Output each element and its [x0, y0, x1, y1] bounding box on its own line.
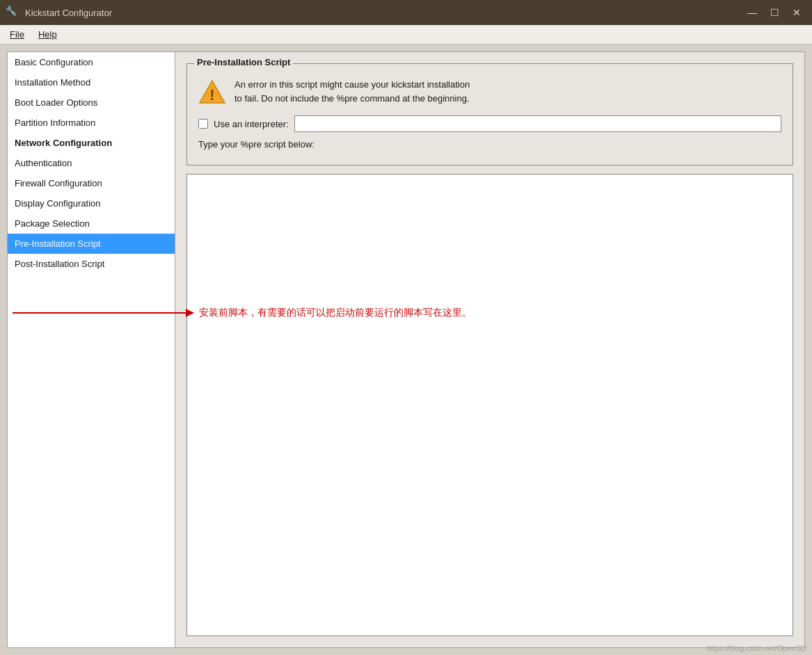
title-bar-title: Kickstart Configurator — [25, 8, 112, 18]
warning-area: ! An error in this script might cause yo… — [198, 75, 781, 106]
sidebar-item-firewall[interactable]: Firewall Configuration — [8, 173, 175, 193]
sidebar-item-pre-install[interactable]: Pre-Installation Script — [8, 234, 175, 254]
maximize-button[interactable]: ☐ — [765, 4, 784, 21]
svg-text:!: ! — [209, 86, 214, 104]
interpreter-input[interactable] — [294, 115, 781, 132]
menu-file[interactable]: File — [3, 26, 31, 42]
title-bar-left: 🔧 Kickstart Configurator — [6, 6, 112, 19]
sidebar-item-post-install[interactable]: Post-Installation Script — [8, 254, 175, 274]
sidebar-item-authentication[interactable]: Authentication — [8, 153, 175, 173]
interpreter-checkbox[interactable] — [198, 119, 208, 129]
menu-help[interactable]: Help — [31, 26, 64, 42]
app-icon: 🔧 — [6, 6, 19, 19]
watermark: https://blog.csdn.net/OpenSD — [706, 644, 806, 652]
title-bar-controls: — ☐ ✕ — [742, 4, 806, 21]
sidebar-item-basic-config[interactable]: Basic Configuration — [8, 52, 175, 72]
pre-install-section: Pre-Installation Script ! An error in th… — [186, 63, 793, 165]
section-title: Pre-Installation Script — [194, 57, 293, 67]
close-button[interactable]: ✕ — [787, 4, 806, 21]
script-prompt-label: Type your %pre script below: — [198, 139, 781, 149]
sidebar-item-boot-loader[interactable]: Boot Loader Options — [8, 92, 175, 113]
interpreter-row: Use an interpreter: — [198, 115, 781, 132]
menu-bar: File Help — [0, 25, 812, 45]
sidebar-item-partition[interactable]: Partition Information — [8, 113, 175, 133]
content-panel: Pre-Installation Script ! An error in th… — [175, 51, 805, 648]
sidebar-item-display[interactable]: Display Configuration — [8, 193, 175, 213]
sidebar-item-install-method[interactable]: Installation Method — [8, 72, 175, 92]
warning-icon: ! — [198, 78, 226, 106]
warning-text: An error in this script might cause your… — [234, 78, 470, 105]
sidebar-item-package[interactable]: Package Selection — [8, 213, 175, 234]
warning-text-line2: to fail. Do not include the %pre command… — [234, 92, 470, 106]
title-bar: 🔧 Kickstart Configurator — ☐ ✕ — [0, 0, 812, 25]
script-textarea[interactable] — [186, 174, 793, 636]
sidebar: Basic Configuration Installation Method … — [7, 51, 175, 648]
sidebar-item-network-config[interactable]: Network Configuration — [8, 133, 175, 153]
interpreter-label: Use an interpreter: — [214, 119, 289, 129]
annotation-container: 安装前脚本，有需要的话可以把启动前要运行的脚本写在这里。 — [186, 174, 793, 636]
main-area: Basic Configuration Installation Method … — [7, 51, 805, 648]
minimize-button[interactable]: — — [742, 4, 762, 21]
app-body: Basic Configuration Installation Method … — [0, 45, 812, 655]
warning-text-line1: An error in this script might cause your… — [234, 78, 470, 92]
